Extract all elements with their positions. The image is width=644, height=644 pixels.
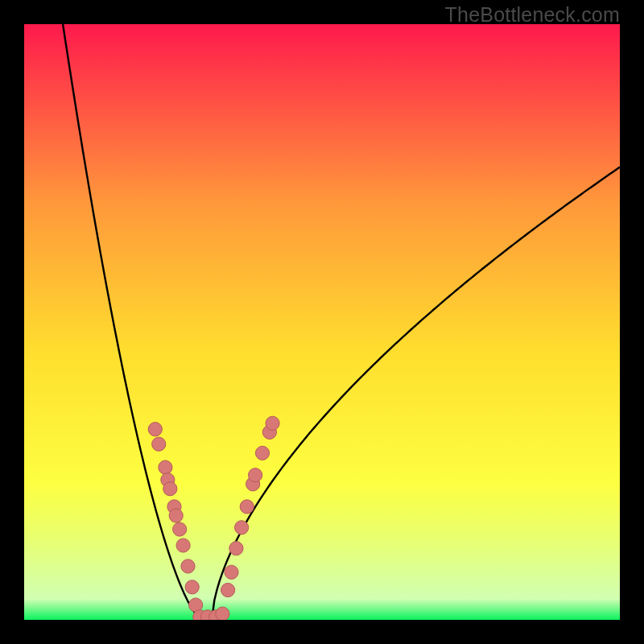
watermark-text: TheBottleneck.com xyxy=(445,3,620,27)
data-dot xyxy=(225,565,238,579)
data-dot xyxy=(216,607,229,620)
chart-frame: TheBottleneck.com xyxy=(0,0,644,644)
data-dot xyxy=(255,446,269,460)
data-dot xyxy=(249,469,262,482)
data-dot xyxy=(185,580,199,594)
data-dot xyxy=(235,521,249,535)
data-dot xyxy=(152,437,166,451)
data-dot xyxy=(173,522,187,536)
data-dot xyxy=(163,482,177,496)
data-dot xyxy=(176,539,190,552)
plot-area xyxy=(24,24,620,620)
data-dot xyxy=(181,559,195,573)
data-dot xyxy=(240,500,254,514)
data-dot xyxy=(266,416,279,430)
data-dot xyxy=(169,509,183,522)
chart-svg xyxy=(24,24,620,620)
data-dot xyxy=(159,460,172,474)
data-dot xyxy=(148,423,162,436)
data-dot xyxy=(229,542,243,555)
data-dot xyxy=(221,583,234,597)
